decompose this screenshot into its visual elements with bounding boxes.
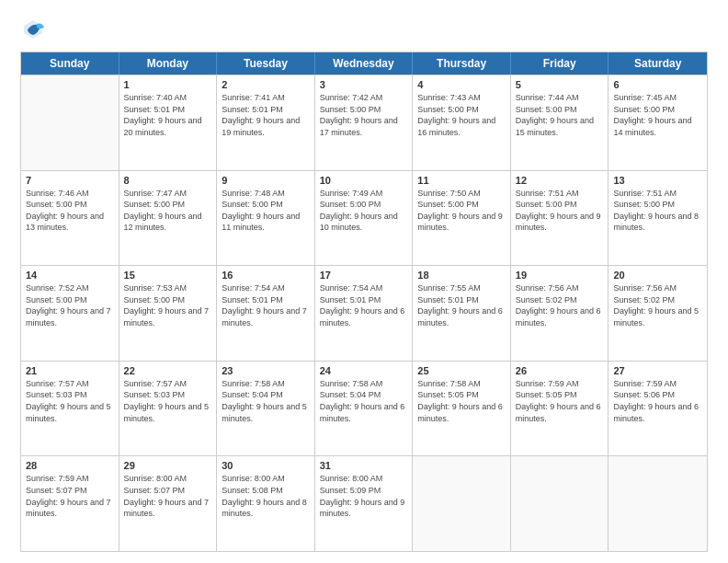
day-number: 29 bbox=[124, 460, 212, 471]
sun-info: Sunrise: 7:59 AMSunset: 5:06 PMDaylight:… bbox=[613, 378, 702, 424]
calendar-cell-31: 31Sunrise: 8:00 AMSunset: 5:09 PMDayligh… bbox=[315, 456, 414, 551]
sun-info: Sunrise: 7:56 AMSunset: 5:02 PMDaylight:… bbox=[516, 282, 604, 328]
sun-info: Sunrise: 7:47 AMSunset: 5:00 PMDaylight:… bbox=[124, 188, 212, 234]
calendar-cell-29: 29Sunrise: 8:00 AMSunset: 5:07 PMDayligh… bbox=[119, 456, 218, 551]
calendar-cell-13: 13Sunrise: 7:51 AMSunset: 5:00 PMDayligh… bbox=[609, 171, 707, 266]
day-number: 19 bbox=[516, 270, 604, 281]
calendar-cell-3: 3Sunrise: 7:42 AMSunset: 5:00 PMDaylight… bbox=[315, 75, 414, 170]
calendar-row-1: 7Sunrise: 7:46 AMSunset: 5:00 PMDaylight… bbox=[21, 170, 707, 266]
header-day-wednesday: Wednesday bbox=[315, 52, 414, 75]
calendar-cell-9: 9Sunrise: 7:48 AMSunset: 5:00 PMDaylight… bbox=[217, 171, 315, 266]
sun-info: Sunrise: 7:58 AMSunset: 5:05 PMDaylight:… bbox=[417, 378, 506, 424]
header-day-monday: Monday bbox=[119, 52, 218, 75]
day-number: 9 bbox=[222, 175, 310, 186]
header bbox=[20, 17, 708, 42]
header-day-friday: Friday bbox=[511, 52, 609, 75]
calendar: SundayMondayTuesdayWednesdayThursdayFrid… bbox=[20, 52, 708, 552]
day-number: 1 bbox=[124, 79, 212, 90]
day-number: 14 bbox=[26, 270, 114, 281]
sun-info: Sunrise: 7:54 AMSunset: 5:01 PMDaylight:… bbox=[320, 282, 408, 328]
sun-info: Sunrise: 8:00 AMSunset: 5:09 PMDaylight:… bbox=[320, 473, 408, 519]
sun-info: Sunrise: 7:58 AMSunset: 5:04 PMDaylight:… bbox=[320, 378, 408, 424]
sun-info: Sunrise: 7:52 AMSunset: 5:00 PMDaylight:… bbox=[26, 282, 114, 328]
header-day-thursday: Thursday bbox=[413, 52, 511, 75]
sun-info: Sunrise: 7:44 AMSunset: 5:00 PMDaylight:… bbox=[516, 92, 604, 138]
sun-info: Sunrise: 7:56 AMSunset: 5:02 PMDaylight:… bbox=[613, 282, 702, 328]
calendar-cell-empty bbox=[413, 456, 511, 551]
day-number: 11 bbox=[417, 175, 506, 186]
calendar-cell-17: 17Sunrise: 7:54 AMSunset: 5:01 PMDayligh… bbox=[315, 266, 414, 361]
day-number: 3 bbox=[320, 79, 408, 90]
calendar-cell-18: 18Sunrise: 7:55 AMSunset: 5:01 PMDayligh… bbox=[413, 266, 511, 361]
calendar-cell-empty bbox=[609, 456, 707, 551]
logo bbox=[20, 17, 48, 42]
sun-info: Sunrise: 7:57 AMSunset: 5:03 PMDaylight:… bbox=[26, 378, 114, 424]
calendar-cell-15: 15Sunrise: 7:53 AMSunset: 5:00 PMDayligh… bbox=[119, 266, 218, 361]
day-number: 12 bbox=[516, 175, 604, 186]
calendar-cell-25: 25Sunrise: 7:58 AMSunset: 5:05 PMDayligh… bbox=[413, 362, 511, 456]
header-day-tuesday: Tuesday bbox=[217, 52, 315, 75]
day-number: 15 bbox=[124, 270, 212, 281]
calendar-header: SundayMondayTuesdayWednesdayThursdayFrid… bbox=[21, 52, 707, 75]
day-number: 10 bbox=[320, 175, 408, 186]
day-number: 6 bbox=[613, 79, 702, 90]
sun-info: Sunrise: 7:59 AMSunset: 5:07 PMDaylight:… bbox=[26, 473, 114, 519]
calendar-cell-11: 11Sunrise: 7:50 AMSunset: 5:00 PMDayligh… bbox=[413, 171, 511, 266]
day-number: 18 bbox=[417, 270, 506, 281]
sun-info: Sunrise: 7:46 AMSunset: 5:00 PMDaylight:… bbox=[26, 188, 114, 234]
day-number: 23 bbox=[222, 365, 310, 376]
calendar-cell-20: 20Sunrise: 7:56 AMSunset: 5:02 PMDayligh… bbox=[609, 266, 707, 361]
sun-info: Sunrise: 7:48 AMSunset: 5:00 PMDaylight:… bbox=[222, 188, 310, 234]
sun-info: Sunrise: 7:41 AMSunset: 5:01 PMDaylight:… bbox=[222, 92, 310, 138]
sun-info: Sunrise: 7:49 AMSunset: 5:00 PMDaylight:… bbox=[320, 188, 408, 234]
day-number: 26 bbox=[516, 365, 604, 376]
sun-info: Sunrise: 7:50 AMSunset: 5:00 PMDaylight:… bbox=[417, 188, 506, 234]
calendar-cell-12: 12Sunrise: 7:51 AMSunset: 5:00 PMDayligh… bbox=[511, 171, 609, 266]
day-number: 16 bbox=[222, 270, 310, 281]
calendar-cell-empty bbox=[511, 456, 609, 551]
calendar-cell-2: 2Sunrise: 7:41 AMSunset: 5:01 PMDaylight… bbox=[217, 75, 315, 170]
day-number: 17 bbox=[320, 270, 408, 281]
calendar-cell-7: 7Sunrise: 7:46 AMSunset: 5:00 PMDaylight… bbox=[21, 171, 119, 266]
day-number: 31 bbox=[320, 460, 408, 471]
sun-info: Sunrise: 7:42 AMSunset: 5:00 PMDaylight:… bbox=[320, 92, 408, 138]
sun-info: Sunrise: 7:43 AMSunset: 5:00 PMDaylight:… bbox=[417, 92, 506, 138]
day-number: 7 bbox=[26, 175, 114, 186]
sun-info: Sunrise: 8:00 AMSunset: 5:08 PMDaylight:… bbox=[222, 473, 310, 519]
sun-info: Sunrise: 8:00 AMSunset: 5:07 PMDaylight:… bbox=[124, 473, 212, 519]
calendar-cell-1: 1Sunrise: 7:40 AMSunset: 5:01 PMDaylight… bbox=[119, 75, 218, 170]
day-number: 20 bbox=[613, 270, 702, 281]
header-day-sunday: Sunday bbox=[21, 52, 119, 75]
sun-info: Sunrise: 7:45 AMSunset: 5:00 PMDaylight:… bbox=[613, 92, 702, 138]
sun-info: Sunrise: 7:58 AMSunset: 5:04 PMDaylight:… bbox=[222, 378, 310, 424]
day-number: 21 bbox=[26, 365, 114, 376]
sun-info: Sunrise: 7:51 AMSunset: 5:00 PMDaylight:… bbox=[516, 188, 604, 234]
day-number: 25 bbox=[417, 365, 506, 376]
sun-info: Sunrise: 7:55 AMSunset: 5:01 PMDaylight:… bbox=[417, 282, 506, 328]
calendar-cell-27: 27Sunrise: 7:59 AMSunset: 5:06 PMDayligh… bbox=[609, 362, 707, 456]
sun-info: Sunrise: 7:54 AMSunset: 5:01 PMDaylight:… bbox=[222, 282, 310, 328]
calendar-cell-19: 19Sunrise: 7:56 AMSunset: 5:02 PMDayligh… bbox=[511, 266, 609, 361]
calendar-cell-4: 4Sunrise: 7:43 AMSunset: 5:00 PMDaylight… bbox=[413, 75, 511, 170]
calendar-row-4: 28Sunrise: 7:59 AMSunset: 5:07 PMDayligh… bbox=[21, 455, 707, 551]
day-number: 22 bbox=[124, 365, 212, 376]
page: SundayMondayTuesdayWednesdayThursdayFrid… bbox=[0, 0, 728, 563]
calendar-cell-8: 8Sunrise: 7:47 AMSunset: 5:00 PMDaylight… bbox=[119, 171, 218, 266]
day-number: 28 bbox=[26, 460, 114, 471]
calendar-cell-28: 28Sunrise: 7:59 AMSunset: 5:07 PMDayligh… bbox=[21, 456, 119, 551]
calendar-row-2: 14Sunrise: 7:52 AMSunset: 5:00 PMDayligh… bbox=[21, 265, 707, 361]
sun-info: Sunrise: 7:40 AMSunset: 5:01 PMDaylight:… bbox=[124, 92, 212, 138]
day-number: 24 bbox=[320, 365, 408, 376]
calendar-cell-24: 24Sunrise: 7:58 AMSunset: 5:04 PMDayligh… bbox=[315, 362, 414, 456]
calendar-cell-6: 6Sunrise: 7:45 AMSunset: 5:00 PMDaylight… bbox=[609, 75, 707, 170]
header-day-saturday: Saturday bbox=[609, 52, 707, 75]
calendar-cell-16: 16Sunrise: 7:54 AMSunset: 5:01 PMDayligh… bbox=[217, 266, 315, 361]
calendar-cell-14: 14Sunrise: 7:52 AMSunset: 5:00 PMDayligh… bbox=[21, 266, 119, 361]
calendar-cell-21: 21Sunrise: 7:57 AMSunset: 5:03 PMDayligh… bbox=[21, 362, 119, 456]
day-number: 5 bbox=[516, 79, 604, 90]
calendar-cell-30: 30Sunrise: 8:00 AMSunset: 5:08 PMDayligh… bbox=[217, 456, 315, 551]
calendar-cell-empty bbox=[21, 75, 119, 170]
calendar-body: 1Sunrise: 7:40 AMSunset: 5:01 PMDaylight… bbox=[21, 75, 707, 551]
day-number: 13 bbox=[613, 175, 702, 186]
day-number: 8 bbox=[124, 175, 212, 186]
